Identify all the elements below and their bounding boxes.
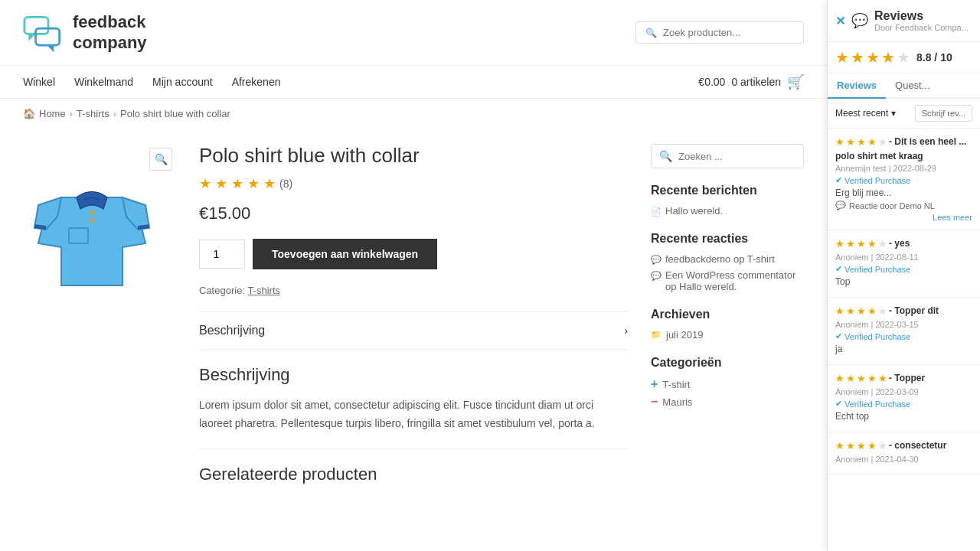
reviews-panel: ✕ 💬 Reviews Door Feedback Compa... ★ ★ ★…: [827, 0, 980, 511]
category-link-tshirt[interactable]: T-shirt: [662, 379, 690, 390]
reviews-panel-icon: 💬: [851, 12, 868, 29]
r-star: ★: [857, 238, 866, 249]
folder-icon: 📁: [651, 330, 662, 340]
review-response: 💬Reactie door Demo NL: [835, 201, 972, 210]
r-star: ★: [878, 373, 887, 384]
archive-link-1[interactable]: juli 2019: [666, 329, 703, 341]
sidebar-recent-posts: Recente berichten 📄 Hallo wereld.: [651, 184, 804, 217]
nav-winkel[interactable]: Winkel: [23, 76, 55, 88]
cart-icon[interactable]: 🛒: [787, 73, 804, 90]
cart-items-count: 0 artikelen: [731, 76, 781, 88]
comment-author-1: feedbackdemo: [665, 253, 730, 265]
breadcrumb-home[interactable]: Home: [39, 108, 66, 119]
sort-button[interactable]: Meest recent ▾: [835, 108, 896, 119]
categories-title: Categorieën: [651, 356, 804, 370]
r-star: ★: [857, 305, 866, 317]
comment-icon-1: 💬: [651, 255, 662, 265]
cat-minus-icon: −: [651, 395, 658, 409]
header-search-box[interactable]: 🔍: [635, 21, 804, 44]
search-input[interactable]: [663, 27, 794, 38]
recent-comments-title: Recente reacties: [651, 232, 804, 246]
r-star: ★: [857, 373, 866, 384]
response-icon: 💬: [835, 201, 846, 210]
tab-reviews[interactable]: Reviews: [828, 73, 886, 99]
lees-meer-link[interactable]: Lees meer: [835, 213, 972, 222]
nav-mijn-account[interactable]: Mijn account: [152, 76, 213, 88]
close-reviews-button[interactable]: ✕: [835, 14, 845, 28]
quantity-input[interactable]: [199, 240, 245, 269]
sort-chevron-icon: ▾: [891, 108, 896, 119]
add-to-cart-button[interactable]: Toevoegen aan winkelwagen: [253, 239, 437, 269]
review-title: - Dit is een heel ...: [889, 136, 966, 148]
verified-badge: ✔Verified Purchase: [835, 331, 972, 341]
review-item: ★★★★★- yesAnoniem | 2022-08-11✔Verified …: [828, 230, 980, 298]
doc-icon: 📄: [651, 207, 662, 217]
breadcrumb-tshirts[interactable]: T-shirts: [77, 108, 109, 119]
big-star-4: ★: [881, 48, 895, 67]
main-content: 🔍: [0, 129, 827, 511]
review-text: Top: [835, 276, 972, 287]
review-title: - Topper: [889, 373, 925, 384]
r-star: ★: [846, 136, 855, 148]
breadcrumb-current: Polo shirt blue with collar: [120, 108, 230, 119]
product-tabs: Beschrijving ›: [199, 311, 628, 350]
tab-beschrijving-label: Beschrijving: [199, 324, 265, 337]
add-to-cart-section: Toevoegen aan winkelwagen: [199, 239, 628, 269]
svg-point-6: [90, 218, 94, 223]
home-icon: 🏠: [23, 108, 35, 119]
sidebar-archives: Archieven 📁 juli 2019: [651, 308, 804, 341]
review-title: - consectetur: [889, 440, 946, 452]
reviews-toolbar: Meest recent ▾ Schrijf rev...: [828, 99, 980, 129]
r-star-empty: ★: [878, 440, 887, 452]
big-star-half: ★: [897, 48, 910, 67]
category-link-mauris[interactable]: Mauris: [662, 396, 692, 408]
category-link[interactable]: T-shirts: [247, 285, 280, 296]
nav-links: Winkel Winkelmand Mijn account Afrekenen: [23, 76, 280, 88]
sidebar-post-item: 📄 Hallo wereld.: [651, 205, 804, 217]
comment-link-2[interactable]: Hallo wereld.: [679, 281, 737, 292]
cart-area: €0.00 0 artikelen 🛒: [698, 73, 804, 90]
check-icon: ✔: [835, 264, 842, 274]
check-icon: ✔: [835, 331, 842, 341]
cat-plus-icon: +: [651, 377, 658, 391]
sidebar-search-input[interactable]: [678, 151, 795, 162]
r-star: ★: [846, 440, 855, 452]
verified-badge: ✔Verified Purchase: [835, 264, 972, 274]
recent-post-link[interactable]: Hallo wereld.: [665, 205, 723, 217]
review-stars: ★★★★★- yes: [835, 238, 972, 249]
review-stars: ★★★★★- Topper dit: [835, 305, 972, 317]
sidebar-categories: Categorieën + T-shirt − Mauris: [651, 356, 804, 409]
write-review-button[interactable]: Schrijf rev...: [915, 105, 972, 122]
r-star: ★: [857, 440, 866, 452]
r-star: ★: [835, 305, 844, 317]
zoom-icon[interactable]: 🔍: [149, 148, 172, 171]
r-star: ★: [846, 305, 855, 317]
star-2: ★: [215, 175, 227, 192]
r-star: ★: [867, 136, 877, 148]
review-text: ja: [835, 344, 972, 354]
logo: feedback company: [23, 11, 147, 54]
nav-winkelmand[interactable]: Winkelmand: [74, 76, 133, 88]
comment-link-1[interactable]: T-shirt: [747, 253, 775, 265]
r-star: ★: [835, 440, 844, 452]
review-stars: ★★★★★- Topper: [835, 373, 972, 384]
tab-beschrijving[interactable]: Beschrijving ›: [199, 312, 628, 350]
star-1: ★: [199, 175, 211, 192]
nav-afrekenen[interactable]: Afrekenen: [232, 76, 281, 88]
reviews-panel-title: Reviews: [874, 9, 969, 23]
comment-author-link-2[interactable]: Een WordPress commentator: [665, 269, 795, 281]
category-item-tshirt: + T-shirt: [651, 377, 804, 391]
sidebar-search-box[interactable]: 🔍: [651, 144, 804, 168]
description-section: Beschrijving Lorem ipsum dolor sit amet,…: [199, 350, 628, 448]
product-price: €15.00: [199, 204, 628, 223]
review-meta: Anoniem | 2022-03-09: [835, 387, 972, 396]
rating-score: 8.8 / 10: [916, 51, 952, 64]
sidebar-recent-comments: Recente reacties 💬 feedbackdemo op T-shi…: [651, 232, 804, 292]
tab-questions[interactable]: Quest...: [886, 73, 939, 99]
archives-title: Archieven: [651, 308, 804, 321]
rating-summary: ★ ★ ★ ★ ★ 8.8 / 10: [828, 42, 980, 73]
recent-posts-title: Recente berichten: [651, 184, 804, 197]
review-stars: ★★★★★- Dit is een heel ...: [835, 136, 972, 148]
sidebar-comment-2: 💬 Een WordPress commentator op Hallo wer…: [651, 269, 804, 292]
r-star-empty: ★: [878, 238, 887, 249]
